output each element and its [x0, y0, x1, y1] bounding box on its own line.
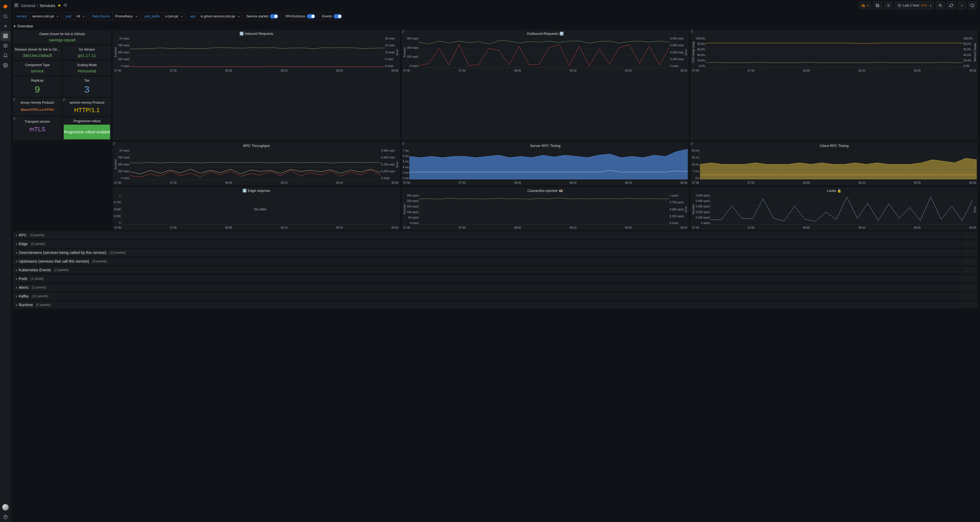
switch-label: Events: [322, 14, 332, 18]
panel-rpc-throughput[interactable]: i RPC Throughput Success1K req/s750 req/…: [113, 142, 400, 185]
chart-plot[interactable]: [418, 37, 670, 68]
toggle-switch[interactable]: [307, 14, 315, 19]
panel-service-protocol[interactable]: i service->envoy Protocol HTTP/1.1: [63, 98, 111, 116]
panel-replicas[interactable]: Replicas 9: [13, 76, 62, 97]
row-panel-count: (5 panels): [36, 303, 51, 307]
panel-cassandra-ops[interactable]: Cassandra ops/sec 👁️ Success250 ops/s200…: [402, 187, 689, 230]
nav-alerting-icon[interactable]: [0, 51, 10, 60]
panel-edge-reqs[interactable]: ⬇️ Edge reqs/sec 10.7500.5000.2500No dat…: [113, 187, 400, 230]
nav-create-icon[interactable]: [0, 21, 10, 31]
panel-envoy-protocol[interactable]: i envoy->envoy Protocol Mixed HTTP/1.1 &…: [13, 98, 62, 116]
stat-value: mTLS: [14, 126, 60, 133]
variable-dropdown[interactable]: io.gmon.service.coin-jar▾: [198, 13, 242, 20]
drag-handle-icon[interactable]: ⋮⋮: [965, 276, 975, 281]
breadcrumb-root[interactable]: General: [21, 3, 35, 8]
row-downstreams[interactable]: › Downstreams (services being called by …: [13, 249, 978, 256]
save-button[interactable]: [873, 2, 882, 10]
settings-button[interactable]: [884, 2, 893, 10]
row-alerts[interactable]: › Alerts (2 panels) ⋮⋮: [13, 284, 978, 291]
panel-title: Transport version: [14, 120, 60, 124]
info-icon[interactable]: i: [14, 117, 15, 121]
add-panel-button[interactable]: +: [859, 2, 871, 10]
panel-title: Scaling Mode: [64, 63, 110, 67]
chart-plot[interactable]: No data: [121, 194, 399, 225]
info-icon[interactable]: i: [114, 143, 115, 146]
variable-dropdown[interactable]: Prometheus▾: [113, 13, 140, 20]
panel-owner[interactable]: Owner (hover for link to Github) savings…: [13, 30, 111, 44]
drag-handle-icon[interactable]: ⋮⋮: [965, 294, 975, 298]
chart-plot[interactable]: [130, 37, 385, 68]
row-overview-header[interactable]: ▾ Overview: [11, 22, 980, 30]
y-ticks-left: 7 ms6 ms5 ms4 ms3 ms2 ms: [403, 149, 409, 179]
variable-dropdown[interactable]: service.coin-jar▾: [30, 13, 61, 20]
switch-service-started: Service started: [244, 13, 280, 20]
row-runtime[interactable]: › Runtime (5 panels) ⋮⋮: [13, 301, 978, 309]
row-upstreams[interactable]: › Upstreams (services that call this ser…: [13, 257, 978, 265]
grafana-logo[interactable]: [0, 2, 10, 11]
zoom-out-button[interactable]: [936, 2, 945, 10]
share-icon[interactable]: [63, 3, 67, 8]
drag-handle-icon[interactable]: ⋮⋮: [965, 259, 975, 263]
nav-search-icon[interactable]: [0, 11, 10, 21]
chart-plot[interactable]: [409, 149, 688, 179]
nav-config-icon[interactable]: [0, 60, 10, 70]
info-icon[interactable]: i: [692, 143, 692, 146]
row-panel-count: (2 panels): [54, 268, 68, 272]
row-rpc[interactable]: › RPC (9 panels) ⋮⋮: [13, 231, 978, 239]
refresh-interval-button[interactable]: ▾: [958, 2, 966, 10]
stat-value: 9: [14, 84, 60, 95]
panel-rollout[interactable]: Progressive rollout Progressive rollout …: [63, 117, 111, 140]
variable-dropdown[interactable]: s-coin-jar▾: [162, 13, 185, 20]
panel-go-version[interactable]: Go Version go1.17.11: [63, 46, 111, 60]
svg-point-17: [66, 3, 67, 4]
drag-handle-icon[interactable]: ⋮⋮: [965, 251, 975, 255]
row-panel-count: (9 panels): [30, 233, 45, 237]
toggle-switch[interactable]: [334, 14, 342, 19]
chart-plot[interactable]: [130, 149, 381, 179]
variable-dropdown[interactable]: All▾: [74, 13, 87, 20]
toggle-switch[interactable]: [270, 14, 278, 19]
refresh-button[interactable]: [947, 2, 956, 10]
nav-dashboards-icon[interactable]: [0, 31, 10, 41]
info-icon[interactable]: i: [14, 98, 15, 102]
nav-explore-icon[interactable]: [0, 41, 10, 51]
row-edge[interactable]: › Edge (2 panels) ⋮⋮: [13, 240, 978, 248]
panel-inbound-requests[interactable]: ⬇️ Inbound Requests Success1K req/s750 r…: [113, 30, 400, 140]
time-range-button[interactable]: Last 1 hour UTC ▾: [895, 2, 934, 10]
drag-handle-icon[interactable]: ⋮⋮: [965, 268, 975, 272]
panel-client-rpc-timing[interactable]: i Client RPC Timing 20 ms15 ms10 ms5 ms0…: [690, 142, 978, 185]
variable-service: service service.coin-jar▾: [14, 13, 61, 20]
panel-locks[interactable]: Locks 🔒 Success0.500 ops/s0.400 ops/s0.3…: [690, 187, 978, 230]
drag-handle-icon[interactable]: ⋮⋮: [965, 242, 975, 246]
panel-scaling-mode[interactable]: Scaling Mode Horizontal: [63, 61, 111, 75]
info-icon[interactable]: i: [403, 143, 404, 146]
info-icon[interactable]: i: [64, 98, 65, 102]
drag-handle-icon[interactable]: ⋮⋮: [965, 233, 975, 237]
panel-revision[interactable]: Revision (hover for link to Git… 3dd14ec…: [13, 46, 62, 60]
y-axis-label-left: Success: [403, 37, 406, 68]
row-kubernetes[interactable]: › Kubernetes Events (2 panels) ⋮⋮: [13, 266, 978, 274]
tv-mode-button[interactable]: [968, 2, 977, 10]
info-icon[interactable]: i: [692, 30, 692, 33]
star-icon[interactable]: ★: [57, 3, 61, 8]
panel-cpu-memory[interactable]: i CPU Usage (avg)100.0%80.0%60.0%40.0%20…: [690, 30, 978, 140]
chart-plot[interactable]: [419, 194, 669, 225]
svg-line-21: [65, 5, 66, 6]
svg-point-25: [888, 5, 889, 6]
variable-pod_prefix: pod_prefix s-coin-jar▾: [142, 13, 185, 20]
panel-outbound-requests[interactable]: i Outbound Requests ⬆️ Success300 req/s2…: [402, 30, 689, 140]
chart-plot[interactable]: [700, 149, 977, 179]
row-panel-count: (1 panel): [31, 277, 44, 281]
panel-tier[interactable]: Tier 3: [63, 76, 111, 97]
drag-handle-icon[interactable]: ⋮⋮: [965, 303, 975, 307]
drag-handle-icon[interactable]: ⋮⋮: [965, 285, 975, 290]
x-ticks: 07:4007:5008:0008:1008:2008:30: [402, 225, 689, 230]
row-kafka[interactable]: › Kafka (11 panels) ⋮⋮: [13, 292, 978, 300]
chart-plot[interactable]: [710, 194, 973, 225]
info-icon[interactable]: i: [403, 30, 404, 33]
chart-plot[interactable]: [705, 37, 963, 68]
panel-server-rpc-timing[interactable]: i Server RPC Timing 7 ms6 ms5 ms4 ms3 ms…: [402, 142, 689, 185]
row-pods[interactable]: › Pods (1 panel) ⋮⋮: [13, 275, 978, 282]
panel-component-type[interactable]: Component Type service: [13, 61, 62, 75]
panel-transport[interactable]: i Transport version mTLS: [13, 117, 62, 140]
